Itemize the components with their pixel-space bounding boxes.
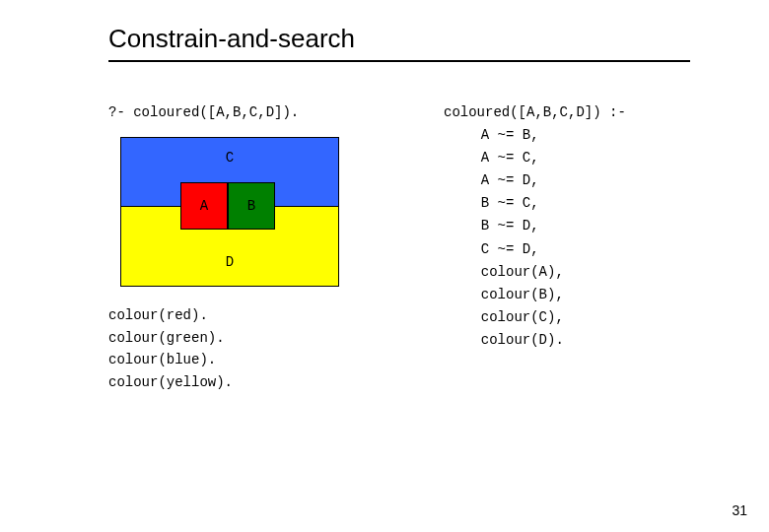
- rule-body-line: A ~= C,: [444, 147, 690, 169]
- rule-body-line: B ~= C,: [444, 192, 690, 215]
- slide-title: Constrain-and-search: [108, 24, 720, 54]
- region-a-label: A: [200, 198, 208, 214]
- region-b: B: [228, 182, 275, 230]
- rule-body-line: A ~= D,: [444, 169, 690, 192]
- colour-fact: colour(yellow).: [108, 371, 384, 393]
- rule-body-line: C ~= D,: [444, 238, 690, 261]
- slide: Constrain-and-search ?- coloured([A,B,C,…: [0, 0, 769, 532]
- region-c-label: C: [226, 150, 234, 166]
- page-number: 31: [732, 502, 747, 518]
- prolog-query: ?- coloured([A,B,C,D]).: [108, 101, 384, 123]
- rule-body-line: colour(A),: [444, 261, 690, 284]
- colour-fact: colour(red).: [108, 304, 384, 326]
- region-b-label: B: [247, 198, 255, 214]
- colour-fact: colour(blue).: [108, 349, 384, 370]
- content-columns: ?- coloured([A,B,C,D]). C D A B colour(r…: [108, 101, 720, 393]
- rule-body-line: B ~= D,: [444, 215, 690, 237]
- rule-body-line: colour(B),: [444, 284, 690, 306]
- right-column: coloured([A,B,C,D]) :- A ~= B, A ~= C, A…: [444, 101, 690, 352]
- region-d-label: D: [226, 254, 234, 270]
- rule-body-line: A ~= B,: [444, 124, 690, 147]
- region-a: A: [180, 182, 228, 230]
- rule-head: coloured([A,B,C,D]) :-: [444, 101, 690, 124]
- left-column: ?- coloured([A,B,C,D]). C D A B colour(r…: [108, 101, 384, 393]
- rule-body-line: colour(C),: [444, 306, 690, 329]
- colour-fact: colour(green).: [108, 327, 384, 349]
- title-underline: [108, 60, 690, 62]
- map-diagram: C D A B: [120, 137, 339, 287]
- rule-body-line: colour(D).: [444, 329, 690, 352]
